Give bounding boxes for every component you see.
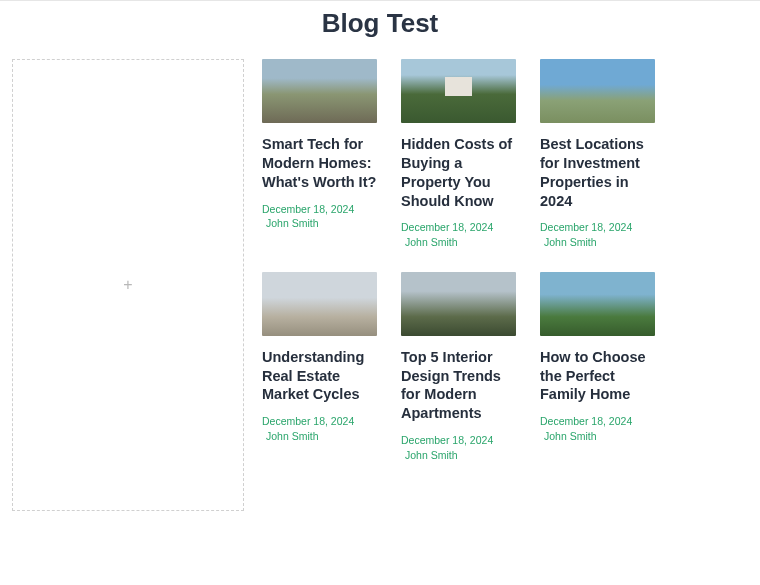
post-date: December 18, 2024 xyxy=(540,221,632,233)
post-thumbnail xyxy=(401,272,516,336)
post-title: Smart Tech for Modern Homes: What's Wort… xyxy=(262,135,377,192)
post-meta: December 18, 2024 John Smith xyxy=(262,414,377,443)
post-meta: December 18, 2024 John Smith xyxy=(401,433,516,462)
post-date: December 18, 2024 xyxy=(540,415,632,427)
post-date: December 18, 2024 xyxy=(401,221,493,233)
page-title: Blog Test xyxy=(0,0,760,59)
add-widget-placeholder[interactable]: + xyxy=(12,59,244,511)
post-title: Understanding Real Estate Market Cycles xyxy=(262,348,377,405)
plus-icon: + xyxy=(123,277,132,293)
post-title: Best Locations for Investment Properties… xyxy=(540,135,655,210)
post-card[interactable]: Hidden Costs of Buying a Property You Sh… xyxy=(401,59,516,250)
post-card[interactable]: Understanding Real Estate Market Cycles … xyxy=(262,272,377,463)
post-meta: December 18, 2024 John Smith xyxy=(262,202,377,231)
post-author: John Smith xyxy=(540,429,655,444)
post-meta: December 18, 2024 John Smith xyxy=(540,414,655,443)
post-title: Top 5 Interior Design Trends for Modern … xyxy=(401,348,516,423)
post-thumbnail xyxy=(540,272,655,336)
post-meta: December 18, 2024 John Smith xyxy=(401,220,516,249)
post-date: December 18, 2024 xyxy=(262,203,354,215)
post-title: Hidden Costs of Buying a Property You Sh… xyxy=(401,135,516,210)
post-title: How to Choose the Perfect Family Home xyxy=(540,348,655,405)
post-author: John Smith xyxy=(401,235,516,250)
post-thumbnail xyxy=(540,59,655,123)
post-card[interactable]: Smart Tech for Modern Homes: What's Wort… xyxy=(262,59,377,250)
post-author: John Smith xyxy=(401,448,516,463)
posts-grid: Smart Tech for Modern Homes: What's Wort… xyxy=(262,59,655,511)
post-thumbnail xyxy=(401,59,516,123)
top-divider xyxy=(0,0,760,1)
post-author: John Smith xyxy=(540,235,655,250)
post-card[interactable]: Top 5 Interior Design Trends for Modern … xyxy=(401,272,516,463)
post-date: December 18, 2024 xyxy=(401,434,493,446)
post-author: John Smith xyxy=(262,429,377,444)
post-card[interactable]: How to Choose the Perfect Family Home De… xyxy=(540,272,655,463)
content-area: + Smart Tech for Modern Homes: What's Wo… xyxy=(0,59,760,511)
post-thumbnail xyxy=(262,59,377,123)
post-meta: December 18, 2024 John Smith xyxy=(540,220,655,249)
post-date: December 18, 2024 xyxy=(262,415,354,427)
post-thumbnail xyxy=(262,272,377,336)
post-card[interactable]: Best Locations for Investment Properties… xyxy=(540,59,655,250)
post-author: John Smith xyxy=(262,216,377,231)
